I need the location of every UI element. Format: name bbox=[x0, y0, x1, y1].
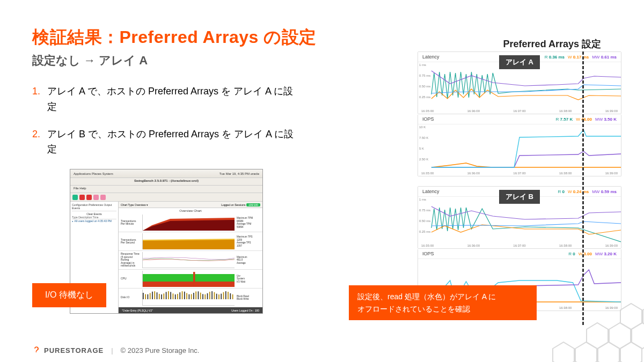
panel-metrics: R 0 W 0.24 ms MW 0.59 ms bbox=[558, 189, 617, 194]
svg-rect-9 bbox=[148, 294, 149, 299]
svg-rect-36 bbox=[209, 292, 210, 299]
svg-rect-7 bbox=[143, 293, 144, 299]
footer: PURESTORAGE | © 2023 Pure Storage Inc. bbox=[32, 346, 199, 354]
svg-rect-46 bbox=[232, 294, 233, 299]
array-b-latency-panel: アレイ B Latency R 0 W 0.24 ms MW 0.59 ms 1… bbox=[418, 186, 621, 249]
svg-rect-13 bbox=[157, 292, 158, 299]
y-ticks: 1 ms 0.75 ms 0.50 ms 0.25 ms bbox=[419, 63, 430, 99]
svg-rect-25 bbox=[184, 292, 185, 299]
overview-title: Overview Chart bbox=[119, 208, 262, 213]
svg-marker-1 bbox=[143, 220, 235, 231]
stop-icon bbox=[79, 195, 85, 200]
svg-rect-20 bbox=[173, 293, 174, 299]
row-stats: Usr System I/O Wait bbox=[237, 275, 260, 283]
svg-rect-37 bbox=[211, 291, 213, 299]
svg-marker-50 bbox=[620, 342, 642, 362]
svg-marker-54 bbox=[620, 304, 642, 329]
panel-header: IOPS R 0 W 3.00 MW 3.20 K bbox=[418, 249, 621, 259]
row-stats: Maximum 481.0 Average bbox=[237, 256, 260, 264]
svg-rect-38 bbox=[214, 292, 215, 299]
row-chart bbox=[142, 215, 235, 231]
swingbench-row: Response Time (5 second Rolling Average)… bbox=[119, 251, 262, 270]
row-label: Transactions Per Minute bbox=[121, 220, 140, 226]
array-b-badge: アレイ B bbox=[499, 190, 540, 204]
x-ticks: 16:35:0016:36:0016:37:0016:38:0016:39:00 bbox=[418, 108, 621, 114]
step-num: 2. bbox=[32, 127, 47, 158]
window-title: SwingBench 2.5.0.971 : (//oraclelinux:or… bbox=[70, 178, 262, 186]
svg-rect-35 bbox=[207, 293, 208, 299]
svg-rect-12 bbox=[154, 291, 155, 299]
svg-rect-29 bbox=[193, 293, 194, 299]
svg-rect-32 bbox=[200, 293, 201, 299]
svg-rect-39 bbox=[216, 294, 217, 299]
svg-rect-18 bbox=[168, 291, 169, 299]
y-ticks: 10 K 7.50 K 5 K 2.50 K bbox=[419, 125, 428, 161]
gnome-right: Tue Mar 19, 4:35 PM oracle bbox=[219, 172, 259, 175]
svg-rect-30 bbox=[195, 292, 196, 300]
panel-title: IOPS bbox=[422, 116, 434, 122]
svg-rect-8 bbox=[145, 294, 146, 299]
chart-type: Chart Type Overview ▾ bbox=[121, 203, 148, 206]
play-icon bbox=[72, 195, 78, 200]
row-stats: Maximum TPS 1209 Average TPS 1097 bbox=[237, 235, 260, 247]
step-1: 1. アレイ A で、ホストの Preferred Arrays を アレイ A… bbox=[32, 84, 295, 115]
purestorage-logo: PURESTORAGE bbox=[32, 346, 104, 354]
svg-rect-43 bbox=[225, 291, 226, 299]
array-a-iops-panel: IOPS R 7.57 K W 46.00 MW 3.50 K 10 K 7.5… bbox=[418, 114, 621, 176]
svg-rect-26 bbox=[186, 293, 187, 300]
svg-rect-17 bbox=[166, 292, 167, 300]
menu-bar: File Help bbox=[70, 186, 262, 193]
x-ticks: 16:35:0016:36:0016:37:0016:38:0016:39:00 bbox=[418, 171, 621, 176]
svg-rect-5 bbox=[143, 282, 235, 287]
panel-metrics: R 7.57 K W 46.00 MW 3.50 K bbox=[556, 117, 617, 122]
panel-metrics: R 0 W 3.00 MW 3.20 K bbox=[568, 252, 617, 256]
svg-marker-49 bbox=[598, 342, 619, 362]
svg-rect-42 bbox=[223, 292, 224, 299]
row-label: Transactions Per Second bbox=[121, 239, 140, 245]
iops-chart-a bbox=[418, 124, 621, 171]
panel-title: Latency bbox=[422, 54, 440, 60]
swingbench-row: CPU Usr System I/O Wait bbox=[119, 270, 262, 289]
chart-body: 10 K 7.50 K 5 K 2.50 K bbox=[418, 124, 621, 171]
svg-rect-24 bbox=[182, 291, 183, 299]
side-cols: Type Description Time bbox=[72, 216, 116, 219]
gnome-left: Applications Places System bbox=[74, 172, 113, 175]
chart-header: Chart Type Overview ▾ Logged on Sessions… bbox=[119, 202, 262, 208]
svg-marker-48 bbox=[575, 342, 597, 362]
svg-rect-15 bbox=[161, 294, 162, 299]
svg-marker-52 bbox=[609, 323, 631, 349]
svg-rect-23 bbox=[179, 292, 180, 299]
svg-rect-41 bbox=[221, 294, 222, 299]
step-text: アレイ B で、ホストの Preferred Arrays を アレイ A に設… bbox=[47, 127, 295, 158]
copyright: © 2023 Pure Storage Inc. bbox=[121, 346, 200, 354]
row-stats: Maximum TPM 68384 Average TPM 50894 bbox=[237, 217, 260, 228]
row-label: Disk IO bbox=[121, 296, 140, 299]
svg-rect-19 bbox=[170, 292, 171, 300]
array-a-latency-panel: アレイ A Latency R 0.36 ms W 0.17 ms MW 0.6… bbox=[418, 51, 621, 114]
svg-rect-45 bbox=[230, 293, 231, 299]
gnome-panel: Applications Places System Tue Mar 19, 4… bbox=[70, 169, 262, 178]
logo-icon bbox=[32, 346, 41, 354]
svg-rect-31 bbox=[198, 291, 199, 299]
left-column: 1. アレイ A で、ホストの Preferred Arrays を アレイ A… bbox=[32, 84, 295, 314]
sessions: Logged on Sessions 100/100 bbox=[221, 203, 260, 206]
row-label: CPU bbox=[121, 277, 140, 280]
row-chart bbox=[142, 233, 235, 249]
brand-text: PURESTORAGE bbox=[44, 346, 104, 354]
side-tabs: Configuration Preferences Output Events bbox=[72, 203, 116, 211]
row-stats: Block Read Block Write bbox=[237, 295, 260, 301]
swingbench-row: Disk IO Block Read Block Write bbox=[119, 289, 262, 307]
array-a-badge: アレイ A bbox=[499, 55, 540, 69]
swingbench-status: "Order Entry (PLSQL) V2" Users Logged On… bbox=[119, 307, 262, 314]
toolbar bbox=[70, 193, 262, 202]
right-column: アレイ A Latency R 0.36 ms W 0.17 ms MW 0.6… bbox=[418, 51, 621, 311]
row-label: Response Time (5 second Rolling Average)… bbox=[121, 253, 140, 268]
step-num: 1. bbox=[32, 84, 47, 115]
steps-list: 1. アレイ A で、ホストの Preferred Arrays を アレイ A… bbox=[32, 84, 295, 157]
svg-rect-27 bbox=[189, 294, 190, 299]
svg-marker-51 bbox=[587, 323, 608, 349]
svg-marker-53 bbox=[632, 323, 644, 349]
swingbench-row: Transactions Per Minute Maximum TPM 6838… bbox=[119, 213, 262, 232]
panel-title: IOPS bbox=[422, 251, 434, 256]
record-icon bbox=[86, 195, 92, 200]
